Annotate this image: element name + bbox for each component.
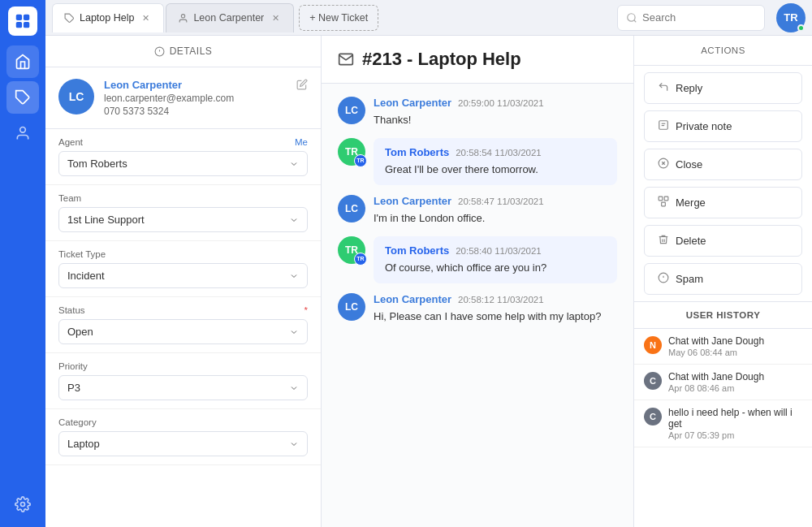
svg-rect-2 [16, 22, 22, 28]
action-spam-button[interactable]: Spam [644, 263, 802, 295]
svg-rect-0 [16, 15, 22, 20]
category-select[interactable]: Laptop [58, 431, 308, 456]
message-body: Tom Roberts 20:58:54 11/03/2021 Great I'… [374, 138, 617, 186]
agent-me-link[interactable]: Me [295, 137, 308, 147]
message-item: LC Leon Carpenter 20:59:00 11/03/2021 Th… [338, 97, 617, 128]
history-title: Chat with Jane Dough [668, 335, 764, 347]
action-private-note-label: Private note [676, 120, 732, 132]
history-list: N Chat with Jane Dough May 06 08:44 am C… [634, 329, 812, 447]
details-header: DETAILS [45, 36, 321, 67]
priority-select[interactable]: P3 [58, 375, 308, 400]
message-body: Leon Carpenter 20:59:00 11/03/2021 Thank… [374, 97, 617, 128]
history-time: May 06 08:44 am [668, 348, 764, 357]
user-history-header: USER HISTORY [634, 301, 812, 329]
svg-point-6 [21, 503, 25, 507]
sidebar-item-tickets[interactable] [6, 81, 39, 114]
svg-rect-1 [24, 15, 29, 20]
message-time: 20:58:54 11/03/2021 [456, 148, 542, 158]
close-circle-icon [658, 158, 669, 171]
message-time: 20:58:40 11/03/2021 [456, 246, 542, 256]
message-item: TR TR Tom Roberts 20:58:54 11/03/2021 Gr… [338, 138, 617, 186]
tab-leon-carpenter-close[interactable]: ✕ [269, 11, 282, 24]
category-field: Category Laptop [45, 409, 321, 465]
status-select[interactable]: Open [58, 319, 308, 344]
sidebar [0, 0, 45, 527]
sidebar-item-home[interactable] [6, 45, 39, 78]
ticket-messages: LC Leon Carpenter 20:59:00 11/03/2021 Th… [322, 84, 633, 527]
action-spam-label: Spam [676, 273, 703, 285]
message-sender: Leon Carpenter [374, 293, 451, 305]
history-info: hello i need help - when will i get Apr … [668, 407, 802, 440]
spam-icon [658, 272, 669, 286]
action-delete-label: Delete [676, 235, 706, 247]
details-panel: DETAILS LC Leon Carpenter leon.carpenter… [45, 36, 322, 527]
contact-name[interactable]: Leon Carpenter [104, 79, 287, 91]
history-item[interactable]: C Chat with Jane Dough Apr 08 08:46 am [634, 365, 812, 400]
action-delete-button[interactable]: Delete [644, 225, 802, 257]
new-ticket-label: + New Ticket [309, 12, 368, 24]
sidebar-item-contacts[interactable] [6, 117, 39, 149]
sidebar-item-settings[interactable] [6, 488, 39, 521]
history-item[interactable]: N Chat with Jane Dough May 06 08:44 am [634, 329, 812, 365]
svg-rect-20 [659, 197, 663, 201]
svg-line-10 [634, 19, 637, 22]
search-bar[interactable] [617, 5, 765, 31]
agent-badge: TR [354, 154, 367, 167]
history-info: Chat with Jane Dough May 06 08:44 am [668, 335, 764, 357]
main-area: Laptop Help ✕ Leon Carpenter ✕ + New Tic… [45, 0, 812, 527]
svg-rect-21 [664, 197, 668, 201]
action-merge-button[interactable]: Merge [644, 187, 802, 218]
ticket-type-select[interactable]: Incident [58, 263, 308, 288]
priority-field: Priority P3 [45, 353, 321, 409]
action-private-note-button[interactable]: Private note [644, 110, 802, 142]
team-field: Team 1st Line Support [45, 185, 321, 241]
ticket-header: #213 - Laptop Help [322, 36, 633, 84]
new-ticket-button[interactable]: + New Ticket [299, 5, 378, 31]
tab-leon-carpenter[interactable]: Leon Carpenter ✕ [166, 3, 294, 32]
action-close-button[interactable]: Close [644, 149, 802, 180]
tab-laptop-help-close[interactable]: ✕ [139, 11, 152, 24]
trash-icon [658, 234, 669, 248]
history-time: Apr 08 08:46 am [668, 383, 764, 393]
message-avatar: LC [338, 195, 365, 222]
message-time: 20:59:00 11/03/2021 [458, 98, 544, 108]
user-avatar[interactable]: TR [776, 3, 806, 32]
edit-contact-icon[interactable] [296, 79, 308, 93]
envelope-icon [338, 51, 354, 67]
svg-point-8 [182, 14, 185, 17]
contact-section: LC Leon Carpenter leon.carpenter@example… [45, 67, 321, 129]
ticket-title: #213 - Laptop Help [362, 49, 521, 70]
svg-point-9 [628, 13, 635, 20]
team-select[interactable]: 1st Line Support [58, 207, 308, 232]
message-time: 20:58:47 11/03/2021 [458, 197, 544, 206]
status-required-indicator: * [304, 305, 308, 315]
svg-point-5 [20, 127, 26, 133]
contact-icon [178, 13, 188, 24]
merge-icon [658, 196, 669, 210]
actions-panel: ACTIONS ReplyPrivate noteCloseMergeDelet… [633, 36, 812, 527]
status-field: Status * Open [45, 297, 321, 353]
contact-phone: 070 5373 5324 [104, 106, 287, 117]
action-reply-button[interactable]: Reply [644, 72, 802, 104]
svg-rect-22 [662, 202, 666, 206]
message-text: Hi, Please can I have some help with my … [374, 309, 617, 325]
message-item: TR TR Tom Roberts 20:58:40 11/03/2021 Of… [338, 236, 617, 284]
message-sender: Tom Roberts [385, 146, 449, 158]
search-input[interactable] [642, 11, 756, 24]
ticket-type-field: Ticket Type Incident [45, 241, 321, 297]
history-time: Apr 07 05:39 pm [668, 430, 802, 440]
note-icon [658, 119, 669, 133]
app-logo[interactable] [8, 6, 37, 36]
message-avatar: LC [338, 97, 365, 124]
tab-laptop-help-label: Laptop Help [80, 12, 134, 24]
agent-badge: TR [354, 253, 367, 266]
history-badge: C [644, 408, 662, 425]
agent-select[interactable]: Tom Roberts [58, 151, 308, 176]
tab-laptop-help[interactable]: Laptop Help ✕ [52, 3, 164, 32]
message-text: Thanks! [374, 112, 617, 128]
message-sender: Leon Carpenter [374, 97, 451, 109]
svg-rect-3 [24, 22, 29, 28]
message-item: LC Leon Carpenter 20:58:12 11/03/2021 Hi… [338, 293, 617, 325]
history-item[interactable]: C hello i need help - when will i get Ap… [634, 400, 812, 447]
reply-icon [658, 81, 669, 95]
